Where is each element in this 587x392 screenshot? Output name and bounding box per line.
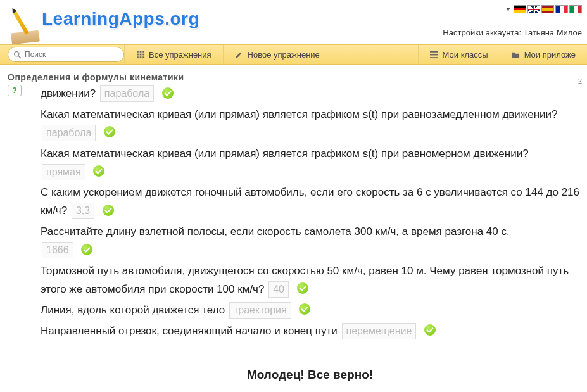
answer-input[interactable]: парабола [42,125,96,141]
logo[interactable]: LearningApps.org [8,5,579,44]
logo-text: LearningApps.org [42,9,199,29]
flag-de-icon[interactable] [514,5,526,13]
logo-icon [8,5,39,44]
flag-en-icon[interactable] [527,5,540,13]
svg-rect-10 [142,56,144,58]
question-row: Рассчитайте длину взлетной полосы, если … [41,223,579,260]
question-row: Направленный отрезок, соединяющий начало… [41,322,579,341]
question-text: Какая математическая кривая (или прямая)… [41,108,558,120]
checkmark-icon [162,87,174,99]
navbar: Все упражнения Новое упражнение Мои клас… [0,44,587,65]
question-row: движении? парабола [41,85,579,103]
nav-label: Мои приложе [524,50,576,60]
nav-my-classes[interactable]: Мои классы [418,45,500,64]
question-text: Направленный отрезок, соединяющий начало… [41,325,338,337]
language-switcher: ▾ [507,5,582,13]
congrats-message: Молодец! Все верно! [41,365,579,385]
page-counter: 2 [578,77,582,85]
nav-label: Все упражнения [149,50,211,60]
answer-input[interactable]: 1666 [42,242,73,258]
question-row: С каким ускорением движется гоночный авт… [41,184,579,220]
svg-rect-9 [139,56,141,58]
search-box[interactable] [8,47,124,62]
nav-all-exercises[interactable]: Все упражнения [124,45,223,64]
header: LearningApps.org ▾ Настройки аккаунта: Т… [0,0,587,44]
content: Определения и формулы кинематики 2 ? дви… [0,65,587,385]
svg-rect-6 [139,53,141,55]
answer-input[interactable]: 3,3 [72,203,94,219]
answer-input[interactable]: траектория [229,302,291,319]
language-dropdown-icon[interactable]: ▾ [507,6,510,13]
checkmark-icon [81,244,92,255]
svg-rect-13 [430,57,438,58]
search-icon [13,51,22,59]
nav-label: Новое упражнение [248,50,320,60]
page-title: Определения и формулы кинематики [8,72,579,82]
question-icon: ? [12,84,17,98]
checkmark-icon [299,303,310,315]
question-text: Какая математическая кривая (или прямая)… [41,148,529,160]
svg-rect-12 [430,54,438,55]
svg-rect-4 [142,51,144,53]
question-row: Тормозной путь автомобиля, движущегося с… [41,262,579,299]
search-wrap [8,45,124,64]
checkmark-icon [104,126,115,137]
grid-icon [136,50,145,59]
question-text: движении? [41,87,96,99]
svg-rect-8 [137,56,139,58]
checkmark-icon [297,282,308,294]
flag-fr-icon[interactable] [555,5,568,13]
nav-my-apps[interactable]: Мои приложе [500,45,587,64]
question-text: Рассчитайте длину взлетной полосы, если … [41,225,510,237]
hint-button[interactable]: ? [8,85,22,96]
checkmark-icon [103,205,114,216]
answer-input[interactable]: парабола [100,85,154,102]
nav-new-exercise[interactable]: Новое упражнение [223,45,331,64]
exercise-body: ? движении? парабола Какая математическа… [8,85,579,385]
pencil-icon [235,50,244,59]
question-text: Линия, вдоль которой движется тело [41,304,225,316]
nav-label: Мои классы [443,50,488,60]
question-row: Какая математическая кривая (или прямая)… [41,106,579,142]
question-row: Линия, вдоль которой движется тело траек… [41,301,579,320]
flag-es-icon[interactable] [541,5,554,13]
answer-input[interactable]: 40 [268,281,289,298]
checkmark-icon [93,165,104,177]
answer-input[interactable]: перемещение [342,323,417,339]
list-icon [430,50,439,59]
svg-line-1 [18,56,20,58]
svg-rect-7 [142,53,144,55]
flag-it-icon[interactable] [569,5,582,13]
svg-rect-5 [137,53,139,55]
svg-rect-2 [137,51,139,53]
account-settings-link[interactable]: Настройки аккаунта: Татьяна Милое [443,28,582,37]
question-text: С каким ускорением движется гоночный авт… [41,186,579,217]
folder-icon [512,50,521,59]
search-input[interactable] [25,50,113,59]
checkmark-icon [424,324,436,336]
answer-input[interactable]: прямая [42,164,85,180]
question-row: Какая математическая кривая (или прямая)… [41,145,579,182]
svg-rect-11 [430,51,438,52]
svg-rect-3 [139,51,141,53]
